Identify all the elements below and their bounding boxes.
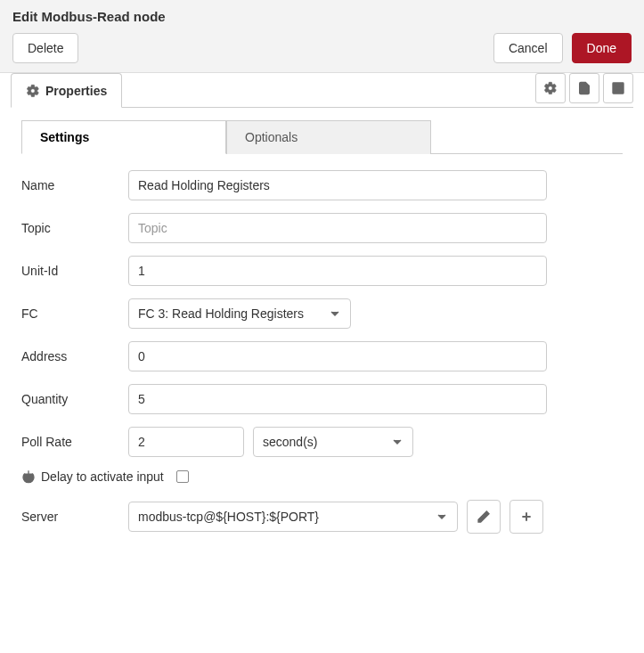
edit-server-button[interactable]	[467, 500, 501, 534]
name-label: Name	[21, 178, 128, 192]
add-server-button[interactable]	[509, 500, 543, 534]
gear-icon	[543, 81, 558, 95]
poll-rate-input[interactable]	[128, 427, 244, 457]
sub-tab-settings[interactable]: Settings	[21, 120, 226, 154]
fc-select[interactable]: FC 3: Read Holding Registers	[128, 298, 351, 329]
delay-label: Delay to activate input	[41, 469, 164, 484]
svg-rect-3	[615, 86, 622, 90]
pencil-icon	[477, 510, 491, 524]
gear-icon	[26, 84, 40, 98]
tab-properties-label: Properties	[45, 84, 107, 98]
appearance-icon	[611, 81, 625, 95]
quantity-input[interactable]	[128, 384, 547, 414]
address-label: Address	[21, 349, 128, 363]
unit-id-input[interactable]	[128, 256, 547, 286]
file-icon	[577, 81, 591, 95]
cancel-button[interactable]: Cancel	[493, 33, 563, 63]
delay-checkbox[interactable]	[176, 470, 189, 483]
name-input[interactable]	[128, 170, 547, 200]
fc-label: FC	[21, 306, 128, 321]
unit-id-label: Unit-Id	[21, 264, 128, 278]
poll-rate-label: Poll Rate	[21, 435, 128, 449]
done-button[interactable]: Done	[572, 33, 632, 63]
tab-properties[interactable]: Properties	[11, 73, 122, 108]
address-input[interactable]	[128, 341, 547, 371]
page-title: Edit Modbus-Read node	[12, 9, 632, 24]
node-appearance-button[interactable]	[603, 73, 633, 103]
server-select[interactable]: modbus-tcp@${HOST}:${PORT}	[128, 502, 458, 532]
node-settings-button[interactable]	[535, 73, 566, 103]
poll-rate-unit-select[interactable]: second(s)	[253, 427, 413, 457]
delete-button[interactable]: Delete	[12, 33, 78, 63]
quantity-label: Quantity	[21, 392, 128, 406]
node-description-button[interactable]	[569, 73, 599, 103]
topic-input[interactable]	[128, 213, 547, 243]
power-icon	[21, 469, 36, 484]
sub-tab-optionals[interactable]: Optionals	[226, 120, 431, 154]
server-label: Server	[21, 510, 128, 524]
plus-icon	[519, 510, 534, 524]
topic-label: Topic	[21, 221, 128, 235]
